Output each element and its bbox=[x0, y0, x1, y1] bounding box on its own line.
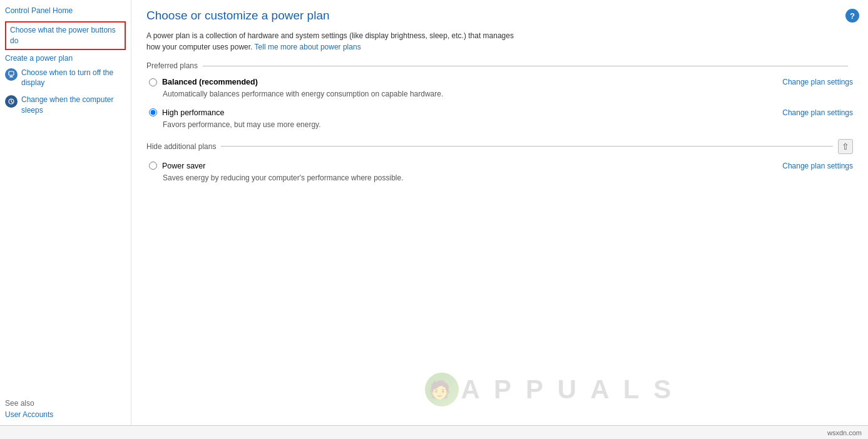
preferred-plans-header: Preferred plans bbox=[146, 61, 853, 70]
power-saver-radio[interactable] bbox=[149, 162, 157, 170]
description-text: A power plan is a collection of hardware… bbox=[146, 30, 522, 53]
choose-turn-off-item: Choose when to turn off the display bbox=[5, 68, 126, 89]
power-saver-plan-label: Power saver bbox=[149, 162, 205, 170]
see-also-section: See also User Accounts bbox=[5, 393, 126, 419]
balanced-plan: Balanced (recommended) Change plan setti… bbox=[146, 78, 853, 100]
collapse-plans-button[interactable]: ⇧ bbox=[838, 139, 853, 154]
tell-me-more-link[interactable]: Tell me more about power plans bbox=[255, 43, 361, 51]
main-content: ? Choose or customize a power plan A pow… bbox=[131, 0, 868, 425]
bottom-bar: wsxdn.com bbox=[0, 425, 868, 439]
highlighted-sidebar-item: Choose what the power buttons do bbox=[5, 21, 126, 50]
content-area: Control Panel Home Choose what the power… bbox=[0, 0, 868, 425]
watermark-icon: 🧑 bbox=[425, 373, 459, 406]
balanced-plan-label: Balanced (recommended) bbox=[149, 78, 258, 86]
watermark-text: A P P U A L S bbox=[461, 374, 675, 405]
watermark: 🧑 A P P U A L S bbox=[425, 373, 675, 406]
high-performance-plan-label: High performance bbox=[149, 108, 224, 117]
hide-plans-line bbox=[221, 146, 833, 147]
sleep-icon bbox=[5, 95, 18, 108]
hide-plans-label: Hide additional plans bbox=[146, 142, 216, 151]
window: Control Panel Home Choose what the power… bbox=[0, 0, 868, 439]
user-accounts-link[interactable]: User Accounts bbox=[5, 410, 126, 419]
create-power-plan-link[interactable]: Create a power plan bbox=[5, 54, 126, 63]
high-performance-plan-row: High performance Change plan settings bbox=[149, 108, 853, 117]
svg-rect-1 bbox=[10, 76, 13, 77]
change-sleep-link[interactable]: Change when the computer sleeps bbox=[21, 95, 126, 116]
power-saver-change-link[interactable]: Change plan settings bbox=[782, 162, 853, 170]
sidebar-home-link[interactable]: Control Panel Home bbox=[5, 6, 126, 15]
hide-plans-section: Hide additional plans ⇧ Power saver Chan… bbox=[146, 139, 853, 183]
see-also-label: See also bbox=[5, 399, 126, 408]
sidebar: Control Panel Home Choose what the power… bbox=[0, 0, 131, 425]
choose-power-buttons-link[interactable]: Choose what the power buttons do bbox=[10, 25, 121, 46]
power-saver-plan-row: Power saver Change plan settings bbox=[149, 162, 853, 170]
high-performance-plan-name: High performance bbox=[162, 108, 224, 117]
high-performance-radio[interactable] bbox=[149, 108, 157, 116]
choose-turn-off-link[interactable]: Choose when to turn off the display bbox=[21, 68, 126, 89]
balanced-radio[interactable] bbox=[149, 78, 157, 86]
svg-rect-2 bbox=[9, 76, 13, 77]
power-saver-plan-desc: Saves energy by reducing your computer's… bbox=[163, 173, 853, 183]
preferred-plans-line bbox=[203, 66, 848, 66]
preferred-plans-label: Preferred plans bbox=[146, 61, 198, 70]
balanced-plan-row: Balanced (recommended) Change plan setti… bbox=[149, 78, 853, 86]
balanced-plan-desc: Automatically balances performance with … bbox=[163, 89, 853, 100]
hide-plans-header: Hide additional plans ⇧ bbox=[146, 139, 853, 154]
power-saver-plan-name: Power saver bbox=[162, 162, 205, 170]
svg-rect-0 bbox=[9, 71, 14, 75]
high-performance-change-link[interactable]: Change plan settings bbox=[782, 108, 853, 117]
balanced-change-link[interactable]: Change plan settings bbox=[782, 78, 853, 86]
page-title: Choose or customize a power plan bbox=[146, 9, 853, 23]
power-saver-plan: Power saver Change plan settings Saves e… bbox=[146, 162, 853, 183]
monitor-icon bbox=[5, 68, 18, 81]
bottom-site-text: wsxdn.com bbox=[827, 429, 862, 436]
change-sleep-item: Change when the computer sleeps bbox=[5, 95, 126, 116]
high-performance-plan-desc: Favors performance, but may use more ene… bbox=[163, 120, 853, 130]
balanced-plan-name: Balanced (recommended) bbox=[162, 78, 258, 86]
help-button[interactable]: ? bbox=[845, 9, 859, 23]
high-performance-plan: High performance Change plan settings Fa… bbox=[146, 108, 853, 130]
